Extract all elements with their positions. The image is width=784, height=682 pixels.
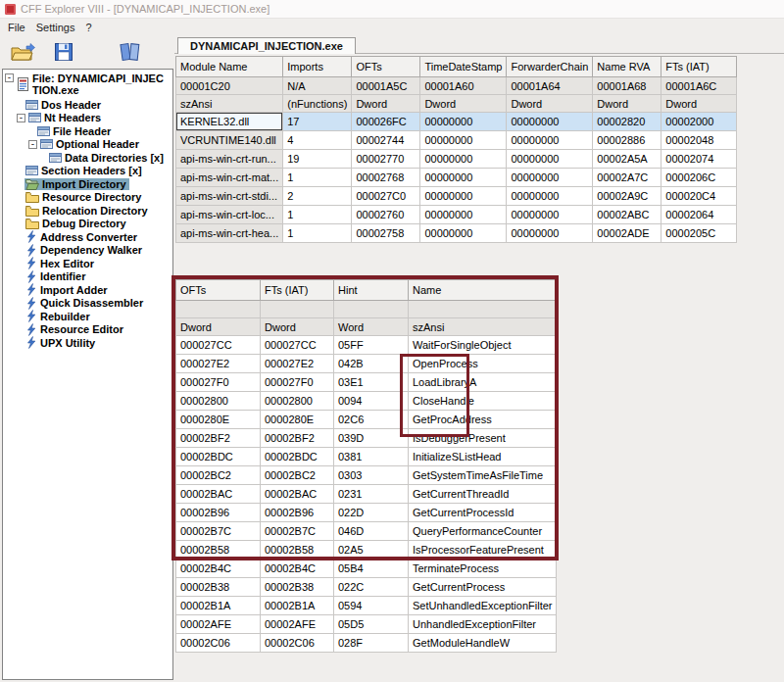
cell[interactable]: 00000000 xyxy=(420,169,507,187)
cell[interactable]: 00002000 xyxy=(662,113,737,131)
cell[interactable]: IsDebuggerPresent xyxy=(409,429,557,448)
cell[interactable]: 00002BDC xyxy=(261,448,334,466)
tree-item-debug-directory[interactable]: Debug Directory xyxy=(3,218,172,231)
table-row-api-ms-win-crt-stdi[interactable]: api-ms-win-crt-stdi...2000027C0000000000… xyxy=(176,187,737,206)
cell[interactable]: GetCurrentProcessId xyxy=(409,504,557,522)
cell[interactable]: api-ms-win-crt-run... xyxy=(176,150,283,169)
cell[interactable]: 000027C0 xyxy=(352,187,420,206)
cell[interactable]: 000027F0 xyxy=(261,373,334,392)
cell[interactable]: api-ms-win-crt-hea... xyxy=(176,224,283,243)
cell[interactable]: 000027E2 xyxy=(261,355,334,373)
table-row-api-ms-win-crt-run[interactable]: api-ms-win-crt-run...1900002770000000000… xyxy=(176,150,737,169)
cell[interactable]: 00002768 xyxy=(352,169,420,187)
cell[interactable]: 19 xyxy=(283,150,352,169)
cell[interactable]: 00000000 xyxy=(420,113,507,131)
tree-item-identifier[interactable]: Identifier xyxy=(3,270,172,284)
tree-collapse-icon[interactable]: - xyxy=(17,114,25,122)
cell[interactable]: 03E1 xyxy=(334,373,409,392)
cell[interactable]: 00002758 xyxy=(352,224,420,243)
table-row-initializeslisthead[interactable]: 00002BDC00002BDC0381InitializeSListHead xyxy=(176,448,557,466)
cell[interactable]: 0094 xyxy=(334,392,409,411)
cell[interactable]: 00002AFE xyxy=(261,615,334,634)
tab-dynamicapi-injection-exe[interactable]: DYNAMICAPI_INJECTION.exe xyxy=(177,37,356,54)
cell[interactable]: 00000000 xyxy=(420,224,507,243)
table-row-getmodulehandlew[interactable]: 00002C0600002C06028FGetModuleHandleW xyxy=(176,634,557,653)
cell[interactable]: QueryPerformanceCounter xyxy=(409,522,557,541)
cell[interactable]: api-ms-win-crt-stdi... xyxy=(176,187,283,206)
cell[interactable]: 05FF xyxy=(334,336,409,355)
tree-item-import-adder[interactable]: Import Adder xyxy=(3,283,172,297)
tree-item-file-dynamicapi-injection-exe[interactable]: -File: DYNAMICAPI_INJECTION.exe xyxy=(3,73,172,98)
cell[interactable]: 00002B38 xyxy=(261,578,334,597)
cell[interactable]: 0000206C xyxy=(662,169,737,187)
tree-item-resource-editor[interactable]: Resource Editor xyxy=(3,323,172,337)
cell[interactable]: 00002760 xyxy=(352,206,420,224)
cell[interactable]: 00002886 xyxy=(593,131,662,150)
table-row-loadlibrarya[interactable]: 000027F0000027F003E1LoadLibraryA xyxy=(176,373,557,392)
cell[interactable]: TerminateProcess xyxy=(409,560,557,578)
cell[interactable]: 00000000 xyxy=(507,150,593,169)
cell[interactable]: 00002AFE xyxy=(176,615,261,634)
cell[interactable]: 2 xyxy=(283,187,352,206)
tree-item-dos-header[interactable]: Dos Header xyxy=(3,98,172,112)
cell[interactable]: 00000000 xyxy=(420,206,507,224)
cell[interactable]: 02A5 xyxy=(334,541,409,560)
cell[interactable]: SetUnhandledExceptionFilter xyxy=(409,597,557,615)
cell[interactable]: 00002074 xyxy=(662,150,737,169)
menu-file[interactable]: File xyxy=(8,22,25,33)
cell[interactable]: 000027CC xyxy=(176,336,261,355)
cell[interactable]: 00000000 xyxy=(420,131,507,150)
cell[interactable]: 028F xyxy=(334,634,409,653)
cell[interactable]: 00002BDC xyxy=(176,448,261,466)
cell[interactable]: 4 xyxy=(283,131,352,150)
table-row-getcurrentprocess[interactable]: 00002B3800002B38022CGetCurrentProcess xyxy=(176,578,557,597)
cell[interactable]: WaitForSingleObject xyxy=(409,336,557,355)
tree-item-file-header[interactable]: File Header xyxy=(3,124,172,138)
cell[interactable]: 00000000 xyxy=(507,206,593,224)
cell[interactable]: 00002744 xyxy=(352,131,420,150)
cell[interactable]: 00002A9C xyxy=(593,187,662,206)
cell[interactable]: 02C6 xyxy=(334,411,409,429)
tree-item-hex-editor[interactable]: Hex Editor xyxy=(3,257,172,270)
cell[interactable]: CloseHandle xyxy=(409,392,557,411)
cell[interactable]: GetCurrentThreadId xyxy=(409,485,557,504)
cell[interactable]: OpenProcess xyxy=(409,355,557,373)
open-file-button[interactable] xyxy=(8,38,37,66)
cell[interactable]: LoadLibraryA xyxy=(409,373,557,392)
table-row-terminateprocess[interactable]: 00002B4C00002B4C05B4TerminateProcess xyxy=(176,560,557,578)
table-row-openprocess[interactable]: 000027E2000027E2042BOpenProcess xyxy=(176,355,557,373)
table-row-api-ms-win-crt-mat[interactable]: api-ms-win-crt-mat...1000027680000000000… xyxy=(176,169,737,187)
cell[interactable]: 00002B7C xyxy=(176,522,261,541)
cell[interactable]: 05D5 xyxy=(334,615,409,634)
cell[interactable]: 00002C06 xyxy=(261,634,334,653)
cell[interactable]: 000020C4 xyxy=(662,187,737,206)
table-row-getcurrentthreadid[interactable]: 00002BAC00002BAC0231GetCurrentThreadId xyxy=(176,485,557,504)
cell[interactable]: VCRUNTIME140.dll xyxy=(176,131,283,150)
cell[interactable]: 00000000 xyxy=(507,169,593,187)
cell[interactable]: 00002770 xyxy=(352,150,420,169)
cell[interactable]: 00002ABC xyxy=(593,206,662,224)
cell[interactable]: 00002BAC xyxy=(176,485,261,504)
cell[interactable]: 00002064 xyxy=(662,206,737,224)
tree-item-quick-disassembler[interactable]: Quick Disassembler xyxy=(3,297,172,311)
tree-item-optional-header[interactable]: -Optional Header xyxy=(3,138,172,152)
cell[interactable]: 00002820 xyxy=(593,113,662,131)
cell[interactable]: GetProcAddress xyxy=(409,411,557,429)
table-row-kernel32-dll[interactable]: KERNEL32.dll17000026FC000000000000000000… xyxy=(176,113,737,131)
cell[interactable]: UnhandledExceptionFilter xyxy=(409,615,557,634)
cell[interactable]: 00002BC2 xyxy=(176,466,261,485)
tree-item-rebuilder[interactable]: Rebuilder xyxy=(3,310,172,323)
tree-item-resource-directory[interactable]: Resource Directory xyxy=(3,191,172,205)
cell[interactable]: 00002A5A xyxy=(593,150,662,169)
tree-item-section-headers-x[interactable]: Section Headers [x] xyxy=(3,165,172,178)
table-row-getcurrentprocessid[interactable]: 00002B9600002B96022DGetCurrentProcessId xyxy=(176,504,557,522)
cell[interactable]: 00000000 xyxy=(420,187,507,206)
cell[interactable]: 00000000 xyxy=(507,113,593,131)
cell[interactable]: 00002BF2 xyxy=(261,429,334,448)
table-row-getprocaddress[interactable]: 0000280E0000280E02C6GetProcAddress xyxy=(176,411,557,429)
cell[interactable]: 00000000 xyxy=(420,150,507,169)
cell[interactable]: 00002B1A xyxy=(176,597,261,615)
cell[interactable]: 042B xyxy=(334,355,409,373)
cell[interactable]: 039D xyxy=(334,429,409,448)
table-row-unhandledexceptionfilter[interactable]: 00002AFE00002AFE05D5UnhandledExceptionFi… xyxy=(176,615,557,634)
